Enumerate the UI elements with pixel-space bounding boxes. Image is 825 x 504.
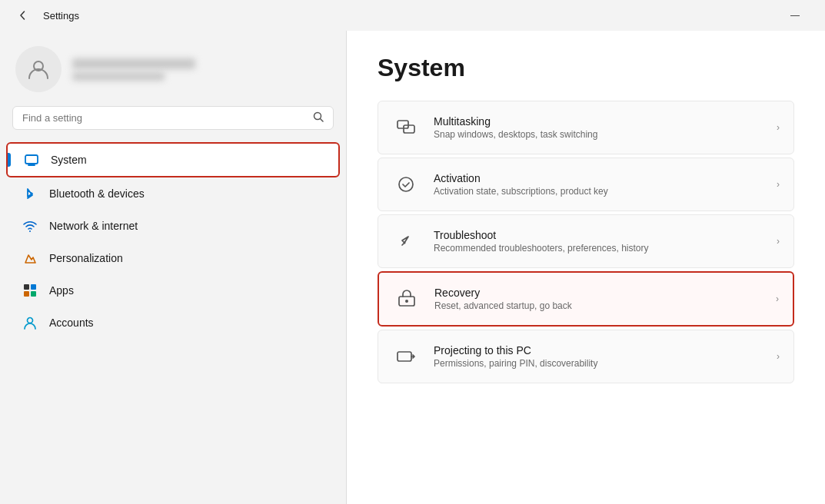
sidebar-item-accounts[interactable]: Accounts (6, 307, 340, 339)
sidebar-item-apps[interactable]: Apps (6, 274, 340, 307)
settings-list: Multitasking Snap windows, desktops, tas… (378, 101, 794, 386)
settings-item-multitasking[interactable]: Multitasking Snap windows, desktops, tas… (378, 101, 794, 154)
recovery-icon (393, 285, 421, 313)
sidebar-item-label-bluetooth: Bluetooth & devices (49, 187, 145, 200)
svg-rect-10 (31, 291, 36, 297)
activation-subtitle: Activation state, subscriptions, product… (434, 186, 763, 197)
sidebar-item-network[interactable]: Network & internet (6, 210, 340, 242)
multitasking-text: Multitasking Snap windows, desktops, tas… (434, 115, 763, 140)
troubleshoot-text: Troubleshoot Recommended troubleshooters… (434, 229, 763, 254)
recovery-title: Recovery (434, 287, 762, 299)
svg-point-11 (28, 318, 33, 323)
svg-point-17 (405, 300, 408, 303)
activation-chevron: › (777, 179, 780, 190)
active-indicator (8, 153, 11, 167)
nav-list: System Bluetooth & devices (0, 142, 346, 496)
user-email-blurred (72, 72, 165, 81)
minimize-button[interactable]: — (777, 3, 813, 28)
sidebar-item-label-network: Network & internet (49, 220, 138, 232)
main-layout: System Bluetooth & devices (0, 31, 825, 504)
user-profile[interactable] (0, 31, 346, 106)
svg-rect-9 (24, 291, 29, 297)
settings-item-activation[interactable]: Activation Activation state, subscriptio… (378, 158, 794, 211)
search-icon[interactable] (313, 111, 324, 124)
accounts-icon (22, 314, 38, 331)
settings-item-projecting[interactable]: Projecting to this PC Permissions, pairi… (378, 330, 794, 383)
svg-rect-3 (25, 155, 38, 164)
back-button[interactable] (12, 5, 34, 26)
multitasking-title: Multitasking (434, 115, 763, 128)
multitasking-icon (392, 114, 420, 141)
system-icon (23, 151, 40, 168)
activation-icon (392, 171, 420, 198)
sidebar-item-personalization[interactable]: Personalization (6, 242, 340, 274)
sidebar-item-label-system: System (51, 154, 87, 166)
troubleshoot-title: Troubleshoot (434, 229, 763, 241)
svg-point-15 (404, 242, 406, 244)
title-bar: Settings — (0, 0, 825, 31)
search-input[interactable] (22, 112, 307, 124)
projecting-title: Projecting to this PC (434, 344, 763, 356)
apps-icon (22, 282, 38, 299)
svg-line-2 (321, 119, 324, 122)
recovery-text: Recovery Reset, advanced startup, go bac… (434, 287, 762, 311)
search-box[interactable] (12, 106, 334, 130)
sidebar-item-label-apps: Apps (49, 284, 74, 297)
multitasking-subtitle: Snap windows, desktops, task switching (434, 129, 763, 140)
projecting-subtitle: Permissions, pairing PIN, discoverabilit… (434, 358, 763, 369)
projecting-chevron: › (777, 351, 780, 362)
settings-item-recovery[interactable]: Recovery Reset, advanced startup, go bac… (378, 271, 794, 327)
troubleshoot-chevron: › (777, 236, 780, 247)
avatar (15, 46, 62, 92)
activation-text: Activation Activation state, subscriptio… (434, 172, 763, 197)
content-area: System Multitasking Snap windows, deskto… (347, 31, 825, 504)
user-name-blurred (72, 58, 195, 69)
activation-title: Activation (434, 172, 763, 184)
sidebar-item-label-personalization: Personalization (49, 252, 123, 264)
sidebar-item-bluetooth[interactable]: Bluetooth & devices (6, 177, 340, 210)
page-title: System (378, 54, 794, 82)
user-info (72, 58, 195, 81)
app-title: Settings (43, 10, 79, 22)
svg-point-14 (399, 177, 413, 191)
svg-rect-18 (398, 352, 411, 361)
search-container (0, 106, 346, 142)
sidebar-item-label-accounts: Accounts (49, 317, 94, 329)
projecting-icon (392, 343, 420, 370)
personalization-icon (22, 250, 38, 267)
recovery-subtitle: Reset, advanced startup, go back (434, 300, 762, 311)
svg-rect-8 (31, 284, 36, 290)
bluetooth-icon (22, 185, 38, 202)
window-controls: — (777, 3, 813, 28)
troubleshoot-icon (392, 227, 420, 255)
svg-rect-12 (398, 121, 408, 128)
sidebar-item-system[interactable]: System (6, 142, 340, 177)
recovery-chevron: › (776, 293, 779, 304)
multitasking-chevron: › (777, 122, 780, 133)
troubleshoot-subtitle: Recommended troubleshooters, preferences… (434, 243, 763, 254)
projecting-text: Projecting to this PC Permissions, pairi… (434, 344, 763, 369)
network-icon (22, 217, 38, 234)
sidebar: System Bluetooth & devices (0, 31, 346, 504)
svg-rect-13 (404, 125, 414, 133)
settings-item-troubleshoot[interactable]: Troubleshoot Recommended troubleshooters… (378, 214, 794, 268)
svg-point-6 (29, 230, 31, 232)
svg-rect-7 (24, 284, 29, 290)
